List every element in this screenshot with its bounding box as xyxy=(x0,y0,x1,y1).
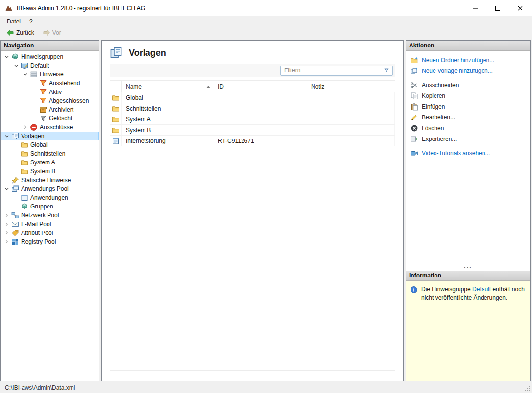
action-exportieren[interactable]: Exportieren... xyxy=(406,134,530,144)
column-header-notiz[interactable]: Notiz xyxy=(307,81,395,92)
tree-item-registry-pool[interactable]: Registry Pool xyxy=(1,237,99,246)
tree-item-label: Registry Pool xyxy=(21,238,56,245)
chevron-right-icon[interactable] xyxy=(3,220,11,228)
folder-icon xyxy=(21,150,28,158)
tree-item-gruppen[interactable]: Gruppen xyxy=(1,202,99,211)
actions-list: Neuen Ordner hinzufügen...Neue Vorlage h… xyxy=(406,51,530,265)
action-bearbeiten[interactable]: Bearbeiten... xyxy=(406,112,530,123)
chevron-right-icon[interactable] xyxy=(3,238,11,246)
action-label: Einfügen xyxy=(422,103,445,110)
action-neue-vorlage-hinzufügen[interactable]: Neue Vorlage hinzufügen... xyxy=(406,66,530,76)
tree-item-system-a[interactable]: System A xyxy=(1,158,99,167)
content-area: Navigation HinweisgruppenDefaultHinweise… xyxy=(0,39,532,382)
action-ausschneiden[interactable]: Ausschneiden xyxy=(406,80,530,91)
cell-name: Internetstörung xyxy=(122,136,214,146)
tree-item-e-mail-pool[interactable]: E-Mail Pool xyxy=(1,220,99,229)
action-löschen[interactable]: Löschen xyxy=(406,123,530,134)
tree-item-schnittstellen[interactable]: Schnittstellen xyxy=(1,149,99,158)
tree-item-ausstehend[interactable]: Ausstehend xyxy=(1,79,99,88)
tree-item-label: Ausstehend xyxy=(49,80,80,87)
tree-item-global[interactable]: Global xyxy=(1,140,99,149)
tree-item-anwendungen[interactable]: Anwendungen xyxy=(1,193,99,202)
action-einfügen[interactable]: Einfügen xyxy=(406,101,530,112)
chevron-right-icon[interactable] xyxy=(3,229,11,237)
tree-item-statische-hinweise[interactable]: Statische Hinweise xyxy=(1,176,99,185)
tree-item-label: E-Mail Pool xyxy=(21,221,51,228)
filter-funnel-icon[interactable] xyxy=(383,67,390,74)
tree-item-label: Attribut Pool xyxy=(21,230,53,236)
table-row-schnittstellen[interactable]: Schnittstellen xyxy=(110,103,395,114)
group-stack-icon xyxy=(11,53,19,61)
row-icon-cell xyxy=(110,92,122,103)
table-row-global[interactable]: Global xyxy=(110,92,395,103)
close-button[interactable] xyxy=(509,0,532,16)
table-body: GlobalSchnittstellenSystem ASystem BInte… xyxy=(110,92,395,146)
navigation-tree: HinweisgruppenDefaultHinweiseAusstehendA… xyxy=(1,51,99,381)
chevron-down-icon[interactable] xyxy=(3,53,11,61)
chevron-right-icon[interactable] xyxy=(3,211,11,219)
exclusion-icon xyxy=(30,123,38,131)
tree-item-anwendungs-pool[interactable]: Anwendungs Pool xyxy=(1,185,99,193)
application-icon xyxy=(21,194,28,202)
tree-item-hinweise[interactable]: Hinweise xyxy=(1,70,99,79)
maximize-button[interactable] xyxy=(486,0,509,16)
cell-notiz xyxy=(307,136,395,146)
row-icon-cell xyxy=(110,136,122,146)
deleted-funnel-icon xyxy=(39,115,47,122)
menu-help[interactable]: ? xyxy=(25,17,37,26)
tree-item-label: Gruppen xyxy=(30,203,53,210)
chevron-down-icon[interactable] xyxy=(12,62,20,69)
tree-item-netzwerk-pool[interactable]: Netzwerk Pool xyxy=(1,211,99,220)
column-header-icon-gutter[interactable] xyxy=(110,81,122,92)
table-row-system-b[interactable]: System B xyxy=(110,125,395,136)
default-group-link[interactable]: Default xyxy=(472,286,491,293)
column-header-name[interactable]: Name xyxy=(122,81,214,92)
column-header-name-label: Name xyxy=(126,83,142,90)
page-title: Vorlagen xyxy=(129,48,166,58)
tree-item-system-b[interactable]: System B xyxy=(1,167,99,176)
chevron-down-icon[interactable] xyxy=(3,185,11,193)
tree-item-attribut-pool[interactable]: Attribut Pool xyxy=(1,229,99,237)
action-video-tutorials-ansehen[interactable]: Video-Tutorials ansehen... xyxy=(406,148,530,159)
tree-item-default[interactable]: Default xyxy=(1,61,99,70)
tree-item-gelöscht[interactable]: Gelöscht xyxy=(1,114,99,123)
action-kopieren[interactable]: Kopieren xyxy=(406,91,530,101)
tree-item-abgeschlossen[interactable]: Abgeschlossen xyxy=(1,96,99,105)
tree-item-label: Gelöscht xyxy=(49,115,72,122)
resize-grip-icon[interactable] xyxy=(525,386,531,392)
table-row-system-a[interactable]: System A xyxy=(110,114,395,125)
tree-item-label: Anwendungs Pool xyxy=(21,185,69,192)
video-icon xyxy=(411,149,418,157)
tree-item-label: Global xyxy=(30,141,48,148)
chevron-down-icon[interactable] xyxy=(3,132,11,140)
tree-item-ausschlüsse[interactable]: Ausschlüsse xyxy=(1,123,99,132)
filter-input[interactable] xyxy=(284,67,383,74)
table-row-internetstörung[interactable]: InternetstörungRT-C9112671 xyxy=(110,136,395,146)
funnel-icon xyxy=(39,97,47,105)
action-label: Neue Vorlage hinzufügen... xyxy=(422,68,493,74)
right-panel: Aktionen Neuen Ordner hinzufügen...Neue … xyxy=(406,40,531,381)
forward-button[interactable]: Vor xyxy=(39,28,65,38)
scissors-icon xyxy=(411,81,418,89)
action-neuen-ordner-hinzufügen[interactable]: Neuen Ordner hinzufügen... xyxy=(406,55,530,66)
cell-id: RT-C9112671 xyxy=(214,136,307,146)
statusbar: C:\IBI-aws\Admin\Data.xml xyxy=(0,382,532,393)
splitter-grip[interactable]: ... xyxy=(406,265,530,271)
folder-icon xyxy=(21,141,28,149)
menu-datei[interactable]: Datei xyxy=(2,17,25,26)
tree-item-aktiv[interactable]: Aktiv xyxy=(1,88,99,96)
chevron-down-icon[interactable] xyxy=(22,70,29,78)
column-header-id[interactable]: ID xyxy=(214,81,307,92)
back-button[interactable]: Zurück xyxy=(3,28,38,38)
folder-icon xyxy=(112,116,120,123)
information-region: Information Die Hinweisgruppe Default en… xyxy=(406,271,530,381)
tree-item-archiviert[interactable]: Archiviert xyxy=(1,105,99,114)
tree-item-label: Statische Hinweise xyxy=(21,177,71,184)
archive-icon xyxy=(39,106,47,114)
minimize-button[interactable] xyxy=(464,0,486,16)
chevron-right-icon[interactable] xyxy=(22,123,29,131)
tree-item-label: Archiviert xyxy=(49,106,73,113)
tree-item-hinweisgruppen[interactable]: Hinweisgruppen xyxy=(1,52,99,61)
copy-icon xyxy=(411,92,418,100)
tree-item-vorlagen[interactable]: Vorlagen xyxy=(1,132,99,140)
